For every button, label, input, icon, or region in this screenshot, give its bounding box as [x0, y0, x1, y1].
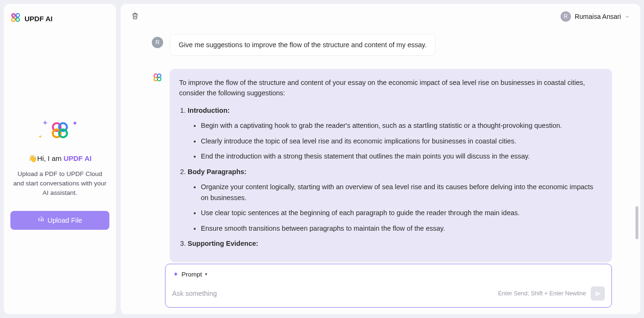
composer-wrap: ✦ Prompt ▾ Enter Send; Shift + Enter New…: [121, 264, 640, 314]
logo-small-icon: [10, 12, 21, 25]
trash-icon: [131, 12, 139, 20]
ai-bullet-item: Ensure smooth transitions between paragr…: [201, 223, 603, 234]
logo-large-wrap: ✦ ✦ ✦: [36, 119, 83, 143]
send-icon: [594, 290, 602, 297]
user-name: Rumaisa Ansari: [575, 13, 621, 20]
main-panel: R Rumaisa Ansari R Give me suggestions t…: [121, 4, 640, 314]
user-message-bubble: Give me suggestions to improve the flow …: [170, 34, 436, 56]
app-title: UPDF AI: [25, 15, 52, 23]
ai-bullet-list: Organize your content logically, startin…: [188, 182, 603, 234]
input-hint: Enter Send; Shift + Enter Newline: [498, 290, 586, 297]
chat-area: R Give me suggestions to improve the flo…: [121, 26, 640, 264]
cloud-upload-icon: [38, 216, 45, 225]
greeting-prefix: 👋Hi, I am: [28, 154, 64, 162]
composer-input-row: Enter Send; Shift + Enter Newline: [172, 286, 605, 301]
sidebar: UPDF AI ✦ ✦ ✦ 👋Hi, I am UPDF AI Upload a…: [4, 4, 116, 314]
svg-point-3: [16, 18, 19, 21]
svg-point-11: [157, 77, 161, 81]
ai-section-title: Introduction:: [188, 107, 230, 114]
user-msg-avatar: R: [152, 37, 163, 48]
svg-point-9: [157, 74, 161, 77]
ai-msg-avatar: [152, 72, 163, 83]
upload-file-button[interactable]: Upload File: [10, 211, 109, 230]
ai-section-item: Introduction:Begin with a captivating ho…: [188, 105, 603, 162]
user-menu[interactable]: R Rumaisa Ansari: [561, 11, 630, 22]
ai-bullet-item: Organize your content logically, startin…: [201, 182, 603, 203]
ai-section-item: Supporting Evidence:: [188, 238, 603, 249]
user-avatar: R: [561, 11, 571, 22]
greeting-brand: UPDF AI: [64, 154, 91, 162]
sidebar-description: Upload a PDF to UPDF Cloud and start con…: [13, 169, 107, 198]
ai-section-item: Body Paragraphs:Organize your content lo…: [188, 167, 603, 234]
sidebar-header: UPDF AI: [10, 12, 109, 25]
main-header: R Rumaisa Ansari: [121, 4, 640, 26]
upload-file-label: Upload File: [48, 217, 82, 224]
ai-section-title: Body Paragraphs:: [188, 168, 247, 176]
chat-scroll[interactable]: R Give me suggestions to improve the flo…: [152, 26, 612, 264]
chevron-down-icon: [625, 14, 630, 19]
delete-button[interactable]: [131, 12, 139, 21]
user-message-row: R Give me suggestions to improve the flo…: [152, 34, 612, 56]
ai-bullet-list: Begin with a captivating hook to grab th…: [188, 120, 603, 161]
ai-message-bubble: To improve the flow of the structure and…: [170, 69, 612, 262]
ai-bullet-item: Clearly introduce the topic of sea level…: [201, 136, 603, 146]
sidebar-content: ✦ ✦ ✦ 👋Hi, I am UPDF AI Upload a PDF to …: [10, 43, 109, 306]
prompt-label: Prompt: [182, 271, 202, 278]
send-button[interactable]: [591, 286, 605, 301]
sparkle-small-icon: ✦: [173, 270, 179, 278]
logo-large-icon: [50, 121, 69, 142]
greeting-text: 👋Hi, I am UPDF AI: [28, 154, 91, 163]
sparkle-icon: ✦: [38, 134, 42, 139]
sparkle-icon: ✦: [72, 119, 78, 127]
ai-bullet-item: End the introduction with a strong thesi…: [201, 151, 603, 161]
svg-point-8: [154, 74, 157, 77]
scrollbar-thumb[interactable]: [636, 206, 638, 239]
ai-message-row: To improve the flow of the structure and…: [152, 69, 612, 262]
ai-bullet-item: Begin with a captivating hook to grab th…: [201, 120, 603, 131]
prompt-selector[interactable]: ✦ Prompt ▾: [173, 270, 207, 278]
sparkle-icon: ✦: [42, 118, 48, 127]
dropdown-triangle-icon: ▾: [205, 272, 207, 276]
svg-point-10: [154, 77, 157, 81]
composer: ✦ Prompt ▾ Enter Send; Shift + Enter New…: [165, 264, 612, 308]
ai-sections-list: Introduction:Begin with a captivating ho…: [179, 105, 603, 249]
message-input[interactable]: [172, 290, 493, 297]
ai-intro-text: To improve the flow of the structure and…: [179, 77, 603, 99]
ai-bullet-item: Use clear topic sentences at the beginni…: [201, 208, 603, 218]
ai-logo-icon: [152, 72, 163, 83]
ai-section-title: Supporting Evidence:: [188, 240, 258, 247]
